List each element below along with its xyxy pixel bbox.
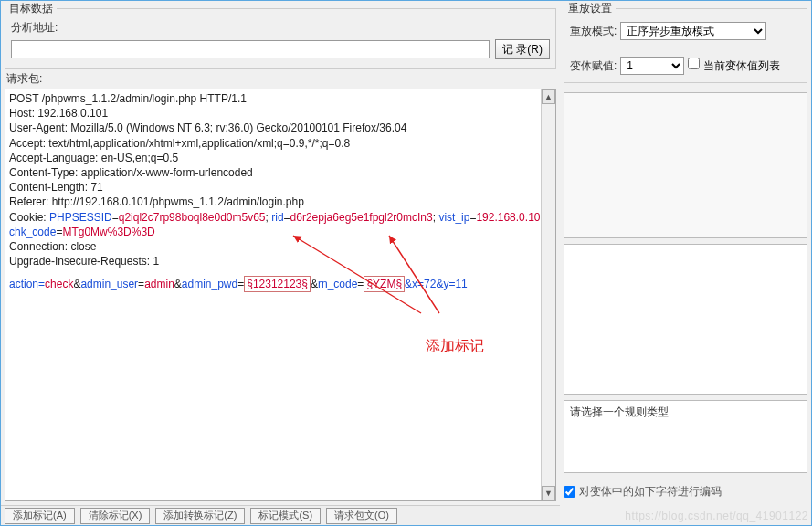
replay-mode-label: 重放模式: [570, 24, 617, 39]
marker-mode-button[interactable]: 标记模式(S) [250, 508, 321, 524]
encode-checkbox[interactable] [564, 486, 575, 498]
add-convert-marker-button[interactable]: 添加转换标记(Z) [155, 508, 245, 524]
http-line: Host: 192.168.0.101 [9, 106, 552, 121]
add-marker-button[interactable]: 添加标记(A) [5, 508, 75, 524]
bottom-toolbar: 添加标记(A) 清除标记(X) 添加转换标记(Z) 标记模式(S) 请求包文(O… [1, 505, 560, 525]
http-cookie-line: Cookie: PHPSESSID=q2iql2c7rp98boql8e0d0m… [9, 210, 552, 239]
replay-mode-select[interactable]: 正序异步重放模式 [620, 22, 766, 40]
var-value-select[interactable]: 1 [620, 57, 684, 75]
target-data-legend: 目标数据 [5, 1, 57, 16]
scroll-up-icon[interactable]: ▲ [542, 89, 555, 104]
target-data-fieldset: 目标数据 分析地址: 记 录(R) [5, 1, 556, 69]
request-label: 请求包: [5, 71, 556, 89]
http-line: Accept-Language: en-US,en;q=0.5 [9, 151, 552, 165]
http-body-line: action=check&admin_user=admin&admin_pwd=… [9, 276, 552, 292]
marker-rncode: §YZM§ [364, 276, 405, 292]
scroll-down-icon[interactable]: ▼ [542, 486, 555, 500]
rule-placeholder: 请选择一个规则类型 [570, 405, 669, 418]
scrollbar[interactable]: ▲ ▼ [541, 89, 555, 500]
var-list-checkbox[interactable] [688, 58, 700, 69]
http-line: Upgrade-Insecure-Requests: 1 [9, 254, 552, 268]
http-line: User-Agent: Mozilla/5.0 (Windows NT 6.3;… [9, 121, 552, 135]
encode-checkbox-row[interactable]: 对变体中的如下字符进行编码 [560, 479, 811, 505]
rule-panel: 请选择一个规则类型 [564, 400, 807, 473]
analyze-addr-input[interactable] [11, 40, 490, 58]
http-line: Content-Type: application/x-www-form-url… [9, 165, 552, 180]
list-panel [564, 92, 807, 238]
record-button[interactable]: 记 录(R) [495, 39, 550, 59]
var-list-checkbox-label[interactable]: 当前变体值列表 [688, 58, 779, 74]
http-line: POST /phpwms_1.1.2/admin/login.php HTTP/… [9, 91, 552, 106]
http-line: Referer: http://192.168.0.101/phpwms_1.1… [9, 195, 552, 209]
marker-pwd: §12312123§ [244, 276, 311, 292]
request-body[interactable]: POST /phpwms_1.1.2/admin/login.php HTTP/… [5, 89, 556, 501]
http-line: Content-Length: 71 [9, 180, 552, 195]
http-line: Connection: close [9, 239, 552, 254]
replay-settings-fieldset: 重放设置 重放模式: 正序异步重放模式 变体赋值: 1 当前变体值 [564, 1, 807, 83]
analyze-addr-label: 分析地址: [11, 20, 58, 36]
annotation-label: 添加标记 [426, 336, 484, 356]
http-line: Accept: text/html,application/xhtml+xml,… [9, 136, 552, 151]
replay-settings-legend: 重放设置 [564, 1, 616, 16]
clear-marker-button[interactable]: 清除标记(X) [80, 508, 151, 524]
var-label: 变体赋值: [570, 58, 617, 74]
blank-panel [564, 244, 807, 394]
request-packet-button[interactable]: 请求包文(O) [326, 508, 397, 524]
